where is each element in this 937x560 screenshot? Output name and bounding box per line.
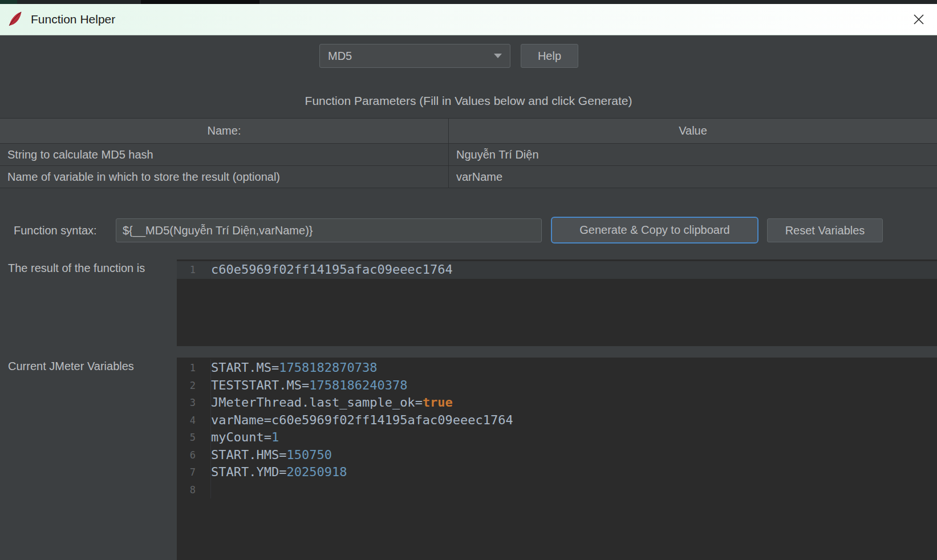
equals-sign: = bbox=[415, 395, 423, 409]
equals-sign: = bbox=[271, 360, 279, 375]
close-button[interactable] bbox=[901, 4, 937, 35]
variable-name: varName bbox=[211, 413, 264, 427]
chevron-down-icon bbox=[494, 54, 502, 58]
equals-sign: = bbox=[264, 430, 271, 444]
result-editor[interactable]: 1 c60e5969f02ff14195afac09eeec1764 bbox=[177, 259, 937, 346]
variable-line: 7 START.YMD=20250918 bbox=[177, 464, 937, 481]
title-bar: Function Helper bbox=[0, 4, 937, 35]
function-select-value: MD5 bbox=[328, 50, 352, 63]
variables-editor[interactable]: 1 START.MS=1758182870738 2 TESTSTART.MS=… bbox=[177, 358, 937, 560]
variable-name: TESTSTART.MS bbox=[211, 378, 302, 392]
line-number: 2 bbox=[177, 377, 211, 395]
line-number: 4 bbox=[177, 412, 211, 429]
line-number: 6 bbox=[177, 447, 211, 464]
line-number: 8 bbox=[177, 481, 211, 499]
dialog-body: MD5 Help Function Parameters (Fill in Va… bbox=[0, 35, 937, 560]
function-syntax-label: Function syntax: bbox=[14, 224, 97, 237]
variable-value: 1 bbox=[271, 430, 279, 444]
result-label: The result of the function is bbox=[8, 262, 145, 275]
param-row: String to calculate MD5 hash Nguyễn Trí … bbox=[0, 144, 937, 166]
close-icon bbox=[912, 13, 925, 26]
variable-name: START.MS bbox=[211, 360, 271, 375]
variable-name: myCount bbox=[211, 430, 264, 444]
equals-sign: = bbox=[279, 465, 286, 479]
jmeter-feather-icon bbox=[7, 11, 24, 28]
variable-name: JMeterThread.last_sample_ok bbox=[211, 395, 415, 409]
param-name-cell: String to calculate MD5 hash bbox=[0, 144, 449, 165]
generate-copy-button[interactable]: Generate & Copy to clipboard bbox=[551, 217, 758, 244]
window-title: Function Helper bbox=[31, 13, 115, 26]
variable-line: 4 varName=c60e5969f02ff14195afac09eeec17… bbox=[177, 412, 937, 429]
line-number: 7 bbox=[177, 464, 211, 481]
reset-variables-button[interactable]: Reset Variables bbox=[767, 218, 883, 242]
function-helper-dialog: Function Helper MD5 Help Function Parame… bbox=[0, 0, 937, 560]
column-header-value: Value bbox=[449, 119, 937, 143]
variable-line: 1 START.MS=1758182870738 bbox=[177, 359, 937, 377]
params-table: Name: Value String to calculate MD5 hash… bbox=[0, 118, 937, 188]
equals-sign: = bbox=[302, 378, 309, 392]
equals-sign: = bbox=[264, 413, 271, 427]
background-window-strip bbox=[0, 0, 937, 4]
param-value-cell[interactable]: varName bbox=[449, 166, 937, 188]
line-number: 3 bbox=[177, 394, 211, 412]
result-line: 1 c60e5969f02ff14195afac09eeec1764 bbox=[177, 261, 937, 279]
variables-label: Current JMeter Variables bbox=[8, 360, 134, 373]
variable-line: 2 TESTSTART.MS=1758186240378 bbox=[177, 377, 937, 395]
result-value: c60e5969f02ff14195afac09eeec1764 bbox=[211, 261, 937, 279]
variable-line: 3 JMeterThread.last_sample_ok=true bbox=[177, 394, 937, 412]
param-row: Name of variable in which to store the r… bbox=[0, 166, 937, 188]
param-value-cell[interactable]: Nguyễn Trí Diện bbox=[449, 144, 937, 165]
function-parameters-heading: Function Parameters (Fill in Values belo… bbox=[0, 94, 937, 108]
variable-value: 1758186240378 bbox=[309, 378, 407, 392]
variable-name: START.HMS bbox=[211, 448, 279, 462]
help-button[interactable]: Help bbox=[521, 44, 578, 68]
variable-value: c60e5969f02ff14195afac09eeec1764 bbox=[271, 413, 513, 427]
param-name-cell: Name of variable in which to store the r… bbox=[0, 166, 449, 188]
variable-name: START.YMD bbox=[211, 465, 279, 479]
equals-sign: = bbox=[279, 448, 286, 462]
variable-value: 20250918 bbox=[286, 465, 347, 479]
line-number: 1 bbox=[177, 261, 211, 279]
column-header-name: Name: bbox=[0, 119, 449, 143]
line-number: 5 bbox=[177, 429, 211, 447]
variable-value: 1758182870738 bbox=[279, 360, 377, 375]
function-select[interactable]: MD5 bbox=[319, 44, 510, 68]
variable-line: 8 bbox=[177, 481, 937, 499]
variable-value: true bbox=[423, 395, 453, 409]
line-number: 1 bbox=[177, 359, 211, 377]
variable-value: 150750 bbox=[286, 448, 331, 462]
variable-line: 5 myCount=1 bbox=[177, 429, 937, 447]
variable-line: 6 START.HMS=150750 bbox=[177, 447, 937, 464]
function-syntax-input[interactable] bbox=[116, 218, 542, 242]
params-table-header: Name: Value bbox=[0, 118, 937, 144]
